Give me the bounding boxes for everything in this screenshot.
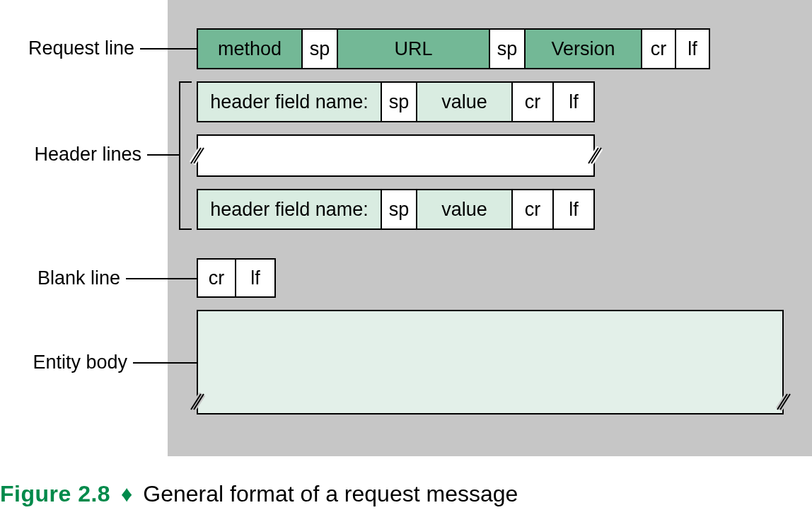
caption-figure-number: Figure 2.8 [0, 481, 110, 506]
cell-cr: cr [642, 28, 676, 69]
cell-lf: lf [236, 258, 276, 298]
cell-cr: cr [513, 81, 554, 122]
figure-caption: Figure 2.8 ♦ General format of a request… [0, 481, 518, 507]
header-ellipsis-box [197, 134, 595, 177]
leader-request-line [140, 48, 197, 50]
cell-cr: cr [197, 258, 236, 298]
cell-value: value [417, 189, 513, 230]
label-entity-body: Entity body [21, 352, 127, 373]
cell-sp: sp [490, 28, 526, 69]
cell-sp: sp [382, 81, 417, 122]
leader-entity-body [133, 362, 197, 364]
row-header-first: header field name: sp value cr lf [197, 81, 595, 122]
label-request-line: Request line [21, 37, 134, 59]
caption-text: General format of a request message [143, 481, 518, 506]
cell-sp: sp [303, 28, 338, 69]
cell-cr: cr [513, 189, 554, 230]
label-blank-line: Blank line [21, 267, 120, 289]
cell-value: value [417, 81, 513, 122]
cell-lf: lf [554, 189, 595, 230]
label-header-lines: Header lines [21, 144, 141, 166]
row-blank-line: cr lf [197, 258, 276, 298]
row-header-last: header field name: sp value cr lf [197, 189, 595, 230]
entity-body-box [197, 310, 784, 415]
cell-method: method [197, 28, 303, 69]
bracket-header-lines [179, 81, 192, 230]
cell-header-field-name: header field name: [197, 81, 382, 122]
figure-canvas: Request line Header lines Blank line Ent… [0, 0, 812, 510]
cell-sp: sp [382, 189, 417, 230]
cell-lf: lf [554, 81, 595, 122]
cell-lf: lf [676, 28, 710, 69]
cell-version: Version [526, 28, 642, 69]
cell-header-field-name: header field name: [197, 189, 382, 230]
leader-header-lines [147, 154, 179, 156]
cell-url: URL [338, 28, 490, 69]
row-request-line: method sp URL sp Version cr lf [197, 28, 710, 69]
leader-blank-line [126, 278, 197, 279]
diamond-icon: ♦ [117, 481, 137, 506]
